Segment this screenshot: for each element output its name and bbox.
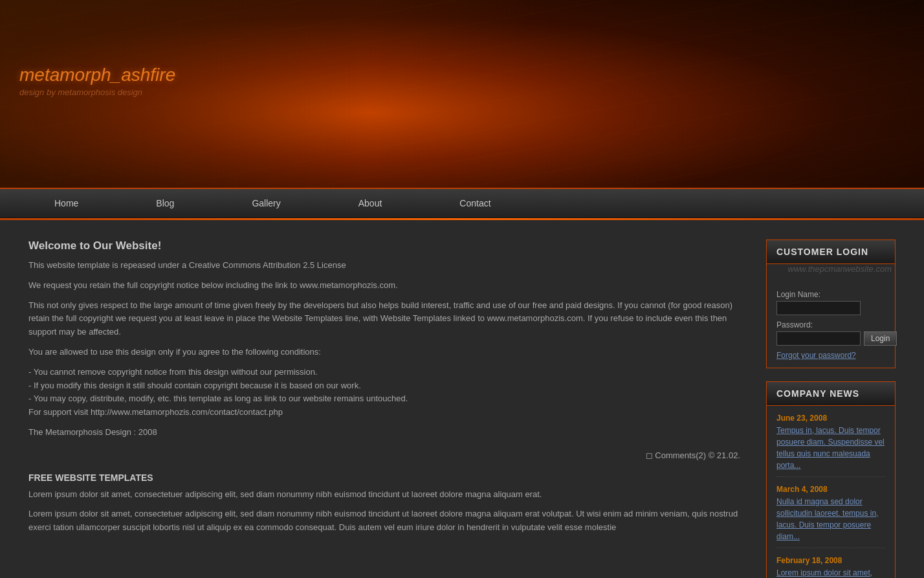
lorem-para2: Lorem ipsum dolor sit amet, consectetuer… [28, 507, 740, 535]
news-box-header: COMPANY NEWS [767, 382, 895, 406]
news-item: February 18, 2008Lorem ipsum dolor sit a… [776, 556, 885, 578]
free-templates-heading: FREE WEBSITE TEMPLATES [28, 472, 740, 483]
login-button[interactable]: Login [864, 331, 897, 346]
nav-item-blog[interactable]: Blog [117, 189, 213, 217]
news-date: June 23, 2008 [776, 414, 885, 423]
nav-item-contact[interactable]: Contact [421, 189, 529, 217]
password-input[interactable] [776, 331, 861, 346]
news-link[interactable]: Nulla id magna sed dolor sollicitudin la… [776, 496, 885, 542]
login-name-label: Login Name: [776, 290, 885, 299]
nav-item-gallery[interactable]: Gallery [213, 189, 319, 217]
nav-inner: Home Blog Gallery About Contact [16, 189, 908, 217]
intro-para2: We request you retain the full copyright… [28, 279, 740, 293]
main-content: Welcome to Our Website! This website tem… [16, 220, 908, 578]
login-name-input[interactable] [776, 301, 861, 315]
credit-text: The Metamorphosis Design : 2008 [28, 426, 740, 439]
login-box-content: Login Name: Password: Login Forgot your … [767, 277, 895, 368]
login-box: CUSTOMER LOGIN www.thepcmanwebsite.com L… [766, 239, 896, 368]
comment-line: ◻ Comments(2) © 21.02. [28, 449, 740, 463]
news-box-content: June 23, 2008Tempus in, lacus. Duis temp… [767, 406, 895, 578]
right-column: CUSTOMER LOGIN www.thepcmanwebsite.com L… [760, 233, 902, 578]
news-date: March 4, 2008 [776, 485, 885, 494]
forgot-password-link[interactable]: Forgot your password? [776, 351, 885, 360]
news-box: COMPANY NEWS June 23, 2008Tempus in, lac… [766, 381, 896, 578]
news-link[interactable]: Tempus in, lacus. Duis tempor posuere di… [776, 425, 885, 471]
nav-item-about[interactable]: About [320, 189, 421, 217]
login-box-header: CUSTOMER LOGIN [767, 240, 895, 264]
intro-para4: You are allowed to use this design only … [28, 346, 740, 359]
intro-para3: This not only gives respect to the large… [28, 299, 740, 339]
site-subtitle: design by metamorphosis design [19, 87, 142, 97]
lorem-para1: Lorem ipsum dolor sit amet, consectetuer… [28, 488, 740, 502]
intro-para1: This website template is repeased under … [28, 259, 740, 272]
main-navigation: Home Blog Gallery About Contact [0, 188, 924, 218]
password-row: Login [776, 331, 885, 346]
welcome-heading: Welcome to Our Website! [28, 239, 740, 252]
watermark: www.thepcmanwebsite.com [767, 264, 895, 277]
nav-item-home[interactable]: Home [16, 189, 117, 217]
left-column: Welcome to Our Website! This website tem… [22, 233, 747, 578]
news-date: February 18, 2008 [776, 556, 885, 565]
conditions-text: - You cannot remove copyright notice fro… [28, 366, 740, 419]
header-banner: metamorph_ashfire design by metamorphosi… [0, 0, 924, 188]
password-label: Password: [776, 320, 885, 329]
news-item: June 23, 2008Tempus in, lacus. Duis temp… [776, 414, 885, 477]
news-item: March 4, 2008Nulla id magna sed dolor so… [776, 485, 885, 548]
news-link[interactable]: Lorem ipsum dolor sit amet, consectetuer… [776, 567, 885, 578]
site-title: metamorph_ashfire [19, 65, 175, 85]
